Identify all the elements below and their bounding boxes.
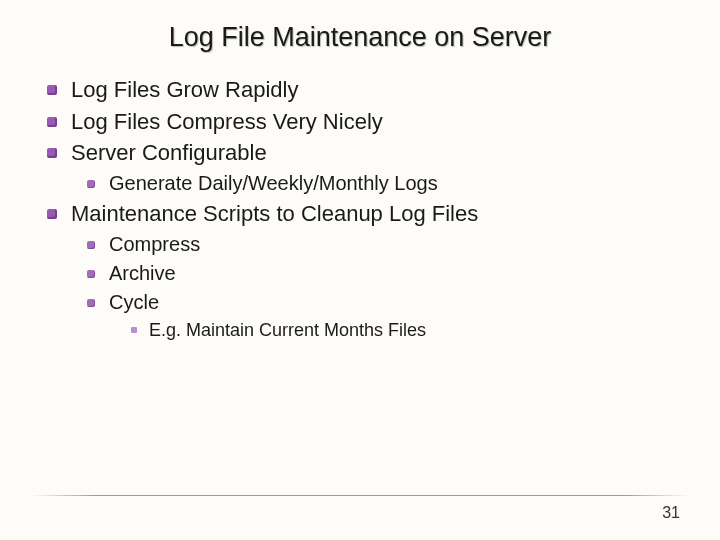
bullet-grow-rapidly: Log Files Grow Rapidly [45, 75, 675, 105]
slide-content: Log Files Grow Rapidly Log Files Compres… [45, 75, 675, 342]
bullet-generate-logs: Generate Daily/Weekly/Monthly Logs [85, 170, 675, 197]
bullet-compress: Compress [85, 231, 675, 258]
bullet-maintain-current: E.g. Maintain Current Months Files [129, 318, 675, 342]
footer-divider [30, 495, 690, 496]
bullet-cycle: Cycle E.g. Maintain Current Months Files [85, 289, 675, 342]
bullet-text: Server Configurable [71, 140, 267, 165]
bullet-compress-nicely: Log Files Compress Very Nicely [45, 107, 675, 137]
bullet-maintenance-scripts: Maintenance Scripts to Cleanup Log Files… [45, 199, 675, 342]
bullet-text: Cycle [109, 291, 159, 313]
bullet-text: Maintenance Scripts to Cleanup Log Files [71, 201, 478, 226]
bullet-archive: Archive [85, 260, 675, 287]
slide-title: Log File Maintenance on Server [0, 22, 720, 53]
page-number: 31 [662, 504, 680, 522]
bullet-server-configurable: Server Configurable Generate Daily/Weekl… [45, 138, 675, 197]
